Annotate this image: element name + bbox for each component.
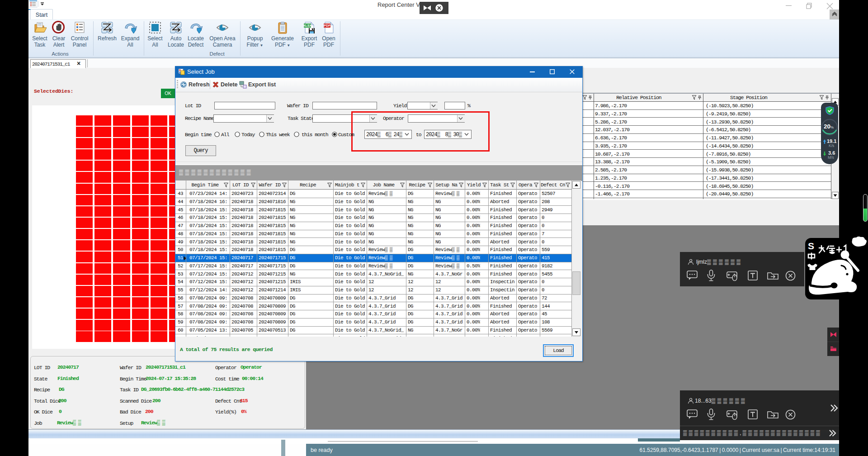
svg-text:XLSX: XLSX (303, 24, 312, 27)
svg-text:S: S (808, 241, 814, 251)
svg-text:PDF: PDF (324, 24, 330, 28)
